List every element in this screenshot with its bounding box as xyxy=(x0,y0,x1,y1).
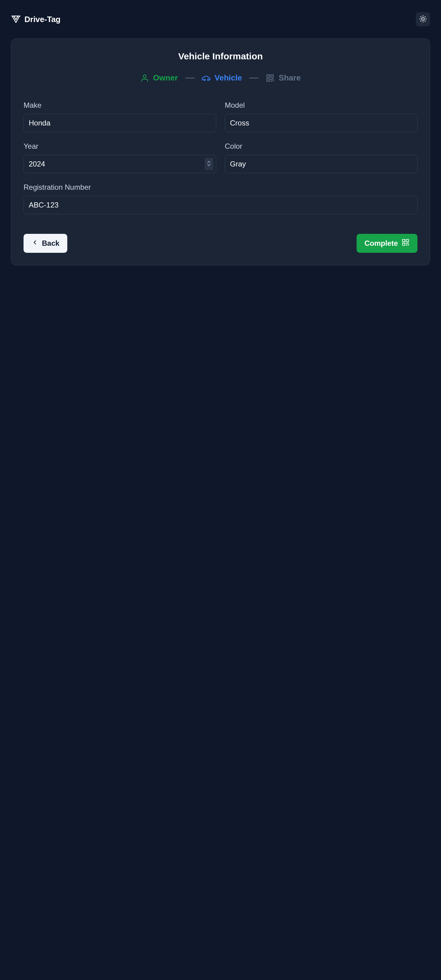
brand-name: Drive-Tag xyxy=(24,15,60,24)
chevron-up-down-icon xyxy=(207,160,211,168)
sun-icon xyxy=(419,15,427,24)
year-label: Year xyxy=(24,142,216,151)
step-owner[interactable]: Owner xyxy=(140,73,178,83)
svg-point-0 xyxy=(422,18,425,20)
step-owner-label: Owner xyxy=(153,73,178,83)
registration-input[interactable] xyxy=(24,196,417,214)
color-label: Color xyxy=(225,142,417,151)
make-label: Make xyxy=(24,101,216,110)
registration-label: Registration Number xyxy=(24,183,417,192)
make-input[interactable] xyxy=(24,114,216,132)
svg-point-10 xyxy=(204,79,205,81)
svg-rect-13 xyxy=(271,75,273,77)
model-input[interactable] xyxy=(225,114,417,132)
app-header: Drive-Tag xyxy=(11,12,430,26)
logo-section[interactable]: Drive-Tag xyxy=(11,14,60,24)
svg-rect-22 xyxy=(403,243,405,245)
car-icon xyxy=(202,74,210,82)
step-divider xyxy=(249,78,259,78)
svg-line-8 xyxy=(425,16,425,17)
complete-button-label: Complete xyxy=(365,239,398,248)
card-title: Vehicle Information xyxy=(24,51,417,62)
back-button-label: Back xyxy=(42,239,59,248)
step-divider xyxy=(185,78,195,78)
svg-line-4 xyxy=(425,21,425,21)
vehicle-form: Make Model Year xyxy=(24,101,417,253)
step-vehicle[interactable]: Vehicle xyxy=(202,73,242,83)
svg-rect-20 xyxy=(403,239,405,242)
svg-line-3 xyxy=(420,16,421,17)
model-label: Model xyxy=(225,101,417,110)
year-stepper[interactable] xyxy=(205,158,213,170)
svg-rect-21 xyxy=(406,239,409,242)
vehicle-info-card: Vehicle Information Owner xyxy=(11,38,430,265)
color-input[interactable] xyxy=(225,155,417,173)
complete-button[interactable]: Complete xyxy=(357,234,417,253)
step-share[interactable]: Share xyxy=(266,73,301,83)
qrcode-icon xyxy=(266,74,274,82)
brand-logo-icon xyxy=(11,14,21,24)
step-vehicle-label: Vehicle xyxy=(215,73,242,83)
svg-line-7 xyxy=(420,21,421,21)
svg-point-11 xyxy=(207,79,209,81)
svg-rect-14 xyxy=(267,79,270,81)
year-input[interactable] xyxy=(24,155,216,173)
theme-toggle-button[interactable] xyxy=(416,12,430,26)
svg-point-9 xyxy=(143,75,146,78)
back-button[interactable]: Back xyxy=(24,234,67,253)
form-stepper: Owner Vehicle xyxy=(24,73,417,83)
step-share-label: Share xyxy=(279,73,301,83)
chevron-left-icon xyxy=(32,239,38,248)
svg-rect-12 xyxy=(267,75,270,77)
user-icon xyxy=(140,74,149,82)
qrcode-icon xyxy=(401,239,409,248)
